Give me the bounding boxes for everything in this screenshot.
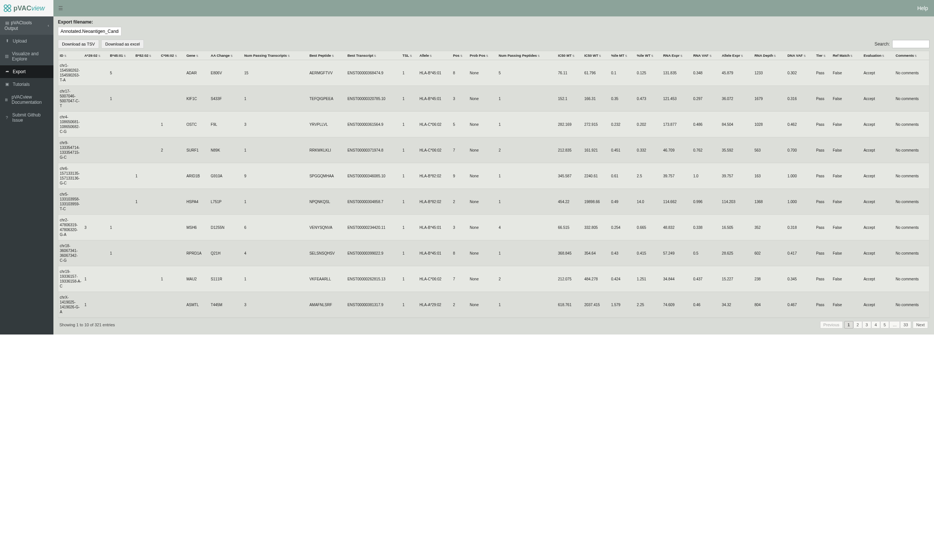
table-cell: None — [468, 189, 497, 215]
entries-info: Showing 1 to 10 of 321 entries — [59, 323, 115, 327]
svg-point-2 — [4, 9, 7, 12]
table-row[interactable]: chr19-19336157-19336158-A-C11MAU2S111R1V… — [58, 266, 929, 292]
table-cell: Pass — [814, 215, 831, 240]
column-header[interactable]: DNA VAF⇅ — [786, 51, 815, 60]
table-cell: False — [831, 86, 862, 112]
pagination-next[interactable]: Next — [913, 321, 928, 329]
table-cell: chr5-133103958-133103959-T-C — [58, 189, 83, 215]
column-header[interactable]: Allele⇅ — [418, 51, 452, 60]
column-header[interactable]: Ref Match⇅ — [831, 51, 862, 60]
column-header[interactable]: Best Transcript⇅ — [346, 51, 401, 60]
chart-icon: ▥ — [5, 54, 9, 59]
sidebar-item-documentation[interactable]: 🗎 pVACview Documentation — [0, 91, 54, 109]
table-row[interactable]: chr6-157133135-157133136-G-C1ARID1BG910A… — [58, 163, 929, 189]
table-cell: 1 — [243, 266, 308, 292]
table-row[interactable]: chr2-47806319-47806320-G-A31MSH6D1255N6V… — [58, 215, 929, 240]
column-header[interactable]: Num Passing Peptides⇅ — [497, 51, 557, 60]
download-excel-button[interactable]: Download as excel — [101, 40, 144, 49]
table-cell: No comments — [894, 292, 929, 318]
table-cell — [83, 86, 108, 112]
table-row[interactable]: chr17-5007046-5007047-C-T1KIF1CS433F1TEF… — [58, 86, 929, 112]
table-cell: False — [831, 163, 862, 189]
help-link[interactable]: Help — [917, 5, 928, 11]
column-header[interactable]: C*06:02⇅ — [160, 51, 185, 60]
table-cell: 563 — [753, 137, 786, 163]
table-cell — [83, 189, 108, 215]
column-header[interactable]: RNA Depth⇅ — [753, 51, 786, 60]
column-header[interactable]: Comments⇅ — [894, 51, 929, 60]
column-header[interactable]: A*29:02⇅ — [83, 51, 108, 60]
column-header[interactable]: Prob Pos⇅ — [468, 51, 497, 60]
table-cell: 1679 — [753, 86, 786, 112]
table-cell: MSH6 — [185, 215, 209, 240]
menu-toggle-icon[interactable]: ☰ — [58, 5, 63, 11]
column-header[interactable]: %ile MT⇅ — [610, 51, 635, 60]
pagination-page[interactable]: 1 — [844, 321, 853, 329]
column-header[interactable]: ID⇅ — [58, 51, 83, 60]
table-row[interactable]: chr5-133103958-133103959-T-C1HSPA4L751P1… — [58, 189, 929, 215]
column-header[interactable]: RNA Expr⇅ — [662, 51, 692, 60]
table-cell — [83, 240, 108, 266]
table-cell: 15.227 — [720, 266, 753, 292]
column-header[interactable]: Best Peptide⇅ — [308, 51, 346, 60]
table-cell: False — [831, 215, 862, 240]
table-cell: N89K — [209, 137, 243, 163]
table-cell: 332.805 — [583, 215, 610, 240]
table-cell: 272.915 — [583, 112, 610, 137]
column-header[interactable]: RNA VAF⇅ — [692, 51, 720, 60]
column-header[interactable]: Evaluation⇅ — [862, 51, 894, 60]
column-header[interactable]: TSL⇅ — [401, 51, 418, 60]
table-row[interactable]: chr18-36067341-36067342-C-G1RPRD1AQ21H4S… — [58, 240, 929, 266]
column-header[interactable]: B*82:02⇅ — [134, 51, 159, 60]
sort-icon: ⇅ — [231, 54, 233, 57]
column-header[interactable]: Gene⇅ — [185, 51, 209, 60]
table-cell — [108, 137, 134, 163]
download-tsv-button[interactable]: Download as TSV — [58, 40, 99, 49]
column-header[interactable]: Num Passing Transcripts⇅ — [243, 51, 308, 60]
table-cell: VENYSQNVA — [308, 215, 346, 240]
data-table-container: ID⇅A*29:02⇅B*45:01⇅B*82:02⇅C*06:02⇅Gene⇅… — [58, 51, 929, 318]
search-input[interactable] — [892, 40, 929, 48]
pagination-page[interactable]: 2 — [853, 321, 862, 329]
column-header[interactable]: IC50 WT⇅ — [583, 51, 610, 60]
column-header[interactable]: IC50 MT⇅ — [557, 51, 583, 60]
table-cell: NPQNKQSL — [308, 189, 346, 215]
table-row[interactable]: chr1-154590262-154590263-T-A5ADARE806V15… — [58, 60, 929, 86]
table-cell: 1 — [401, 112, 418, 137]
sidebar-item-export[interactable]: ➦ Export — [0, 65, 54, 78]
column-header[interactable]: AA Change⇅ — [209, 51, 243, 60]
column-header[interactable]: Pos⇅ — [451, 51, 468, 60]
table-cell: F9L — [209, 112, 243, 137]
table-cell: 3 — [83, 215, 108, 240]
table-cell: ENST00000361564.9 — [346, 112, 401, 137]
table-row[interactable]: chr4-108650681-108650682-C-G1OSTCF9L3YRV… — [58, 112, 929, 137]
pagination-previous[interactable]: Previous — [820, 321, 843, 329]
sidebar-item-tutorials[interactable]: ▣ Tutorials — [0, 78, 54, 91]
column-header[interactable]: B*45:01⇅ — [108, 51, 134, 60]
sidebar-item-upload[interactable]: ⬆ Upload — [0, 35, 54, 48]
column-header[interactable]: %ile WT⇅ — [635, 51, 662, 60]
sidebar-item-github-issue[interactable]: ? Submit Github Issue — [0, 109, 54, 126]
table-cell: chr6-157133135-157133136-G-C — [58, 163, 83, 189]
export-icon: ➦ — [5, 69, 10, 74]
table-cell — [160, 163, 185, 189]
pagination-page[interactable]: 33 — [900, 321, 911, 329]
column-header[interactable]: Tier⇅ — [814, 51, 831, 60]
table-cell: None — [468, 240, 497, 266]
table-cell: 61.796 — [583, 60, 610, 86]
table-cell: AMAFNLSRF — [308, 292, 346, 318]
table-row[interactable]: chrX-1419025-1419026-G-A1ASMTLT445M3AMAF… — [58, 292, 929, 318]
doc-icon: 🗎 — [5, 97, 9, 102]
table-cell: OSTC — [185, 112, 209, 137]
column-header[interactable]: Allele Expr⇅ — [720, 51, 753, 60]
sort-icon: ⇅ — [149, 54, 151, 57]
sidebar-section-pvactools[interactable]: ▤ pVACtools Output ‹ — [0, 17, 54, 35]
table-cell: 9 — [243, 163, 308, 189]
pagination-page[interactable]: 4 — [871, 321, 880, 329]
table-row[interactable]: chr9-133354714-133354715-G-C2SURF1N89K1R… — [58, 137, 929, 163]
sidebar-item-visualize[interactable]: ▥ Visualize and Explore — [0, 48, 54, 65]
pagination-page[interactable]: 5 — [880, 321, 889, 329]
table-cell: 1 — [497, 240, 557, 266]
pagination-page[interactable]: 3 — [862, 321, 871, 329]
export-filename-input[interactable] — [58, 27, 122, 36]
